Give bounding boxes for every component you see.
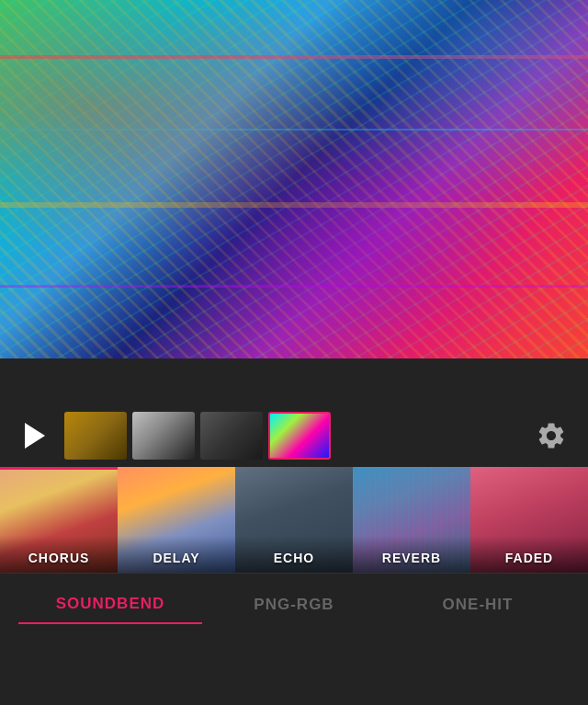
tab-one-hit[interactable]: ONE-HIT [386,586,570,623]
filmstrip-thumb-1[interactable] [64,412,127,460]
tab-bar: SOUNDBEND PNG-RGB ONE-HIT [0,573,588,635]
controls-row [0,404,588,467]
effect-reverb-label: REVERB [353,551,470,565]
filmstrip-thumb-3[interactable] [200,412,263,460]
gear-button[interactable] [531,415,571,456]
tab-soundbend[interactable]: SOUNDBEND [18,586,202,624]
filmstrip-thumb-2[interactable] [132,412,195,460]
play-button[interactable] [17,417,53,454]
effect-chorus[interactable]: CHORUS [0,467,118,573]
effect-faded-label: FADED [470,551,588,565]
play-icon [25,423,45,449]
tab-png-rgb[interactable]: PNG-RGB [202,586,386,623]
effect-reverb[interactable]: REVERB [353,467,470,573]
bottom-panel: CHORUS DELAY ECHO REVERB FADED SOUNDBEND… [0,358,588,705]
filmstrip [64,412,520,460]
effect-faded[interactable]: FADED [470,467,588,573]
effect-delay[interactable]: DELAY [118,467,235,573]
effect-echo[interactable]: ECHO [235,467,353,573]
hero-visual [0,0,588,358]
gear-icon [536,420,567,451]
effect-chorus-label: CHORUS [0,551,118,565]
filmstrip-thumb-4[interactable] [268,412,331,460]
effects-row: CHORUS DELAY ECHO REVERB FADED [0,467,588,573]
effect-echo-label: ECHO [235,551,353,565]
effect-delay-label: DELAY [118,551,235,565]
